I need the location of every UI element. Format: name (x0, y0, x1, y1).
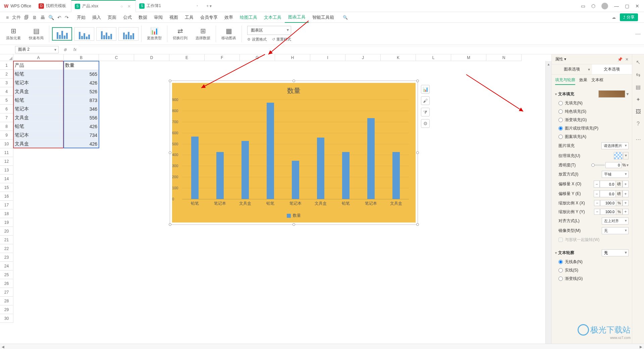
menu-绘图工具[interactable]: 绘图工具 (236, 12, 261, 23)
panel-close-icon[interactable]: ✕ (625, 57, 629, 62)
vertical-scrollbar[interactable]: ▲ (545, 61, 551, 344)
menu-数据[interactable]: 数据 (135, 12, 151, 23)
row-header[interactable]: 9 (0, 131, 13, 140)
more-icon[interactable]: ⋯ (636, 136, 641, 143)
chart-elements-icon[interactable]: 📊 (421, 85, 430, 94)
row-header[interactable]: 27 (0, 288, 13, 297)
formula-input[interactable] (78, 46, 644, 53)
sub-textbox[interactable]: 文本框 (591, 77, 603, 85)
move-chart[interactable]: ▦移动图表 (219, 27, 239, 41)
chart-object[interactable]: 数量 0100200300400500600700800900铅笔笔记本文具盒铅… (170, 81, 418, 225)
saveas-icon[interactable]: 🗎 (32, 15, 37, 20)
chart-brush-icon[interactable]: 🖌 (421, 96, 430, 105)
col-header[interactable]: E (169, 54, 205, 61)
menu-会员专享[interactable]: 会员专享 (197, 12, 221, 23)
fx-cancel-icon[interactable]: ⊗ (59, 47, 71, 52)
row-header[interactable]: 15 (0, 183, 13, 192)
menu-视图[interactable]: 视图 (166, 12, 181, 23)
menu-审阅[interactable]: 审阅 (151, 12, 166, 23)
cube-icon[interactable]: ⬡ (591, 3, 595, 9)
file-label[interactable]: 文件 (12, 14, 21, 20)
row-header[interactable]: 17 (0, 201, 13, 209)
chart-area-dropdown[interactable]: 图表区 (247, 26, 291, 35)
chart-filter-icon[interactable]: ⧩ (421, 108, 430, 116)
row-header[interactable]: 12 (0, 157, 13, 166)
change-type[interactable]: 📊更改类型 (144, 27, 164, 41)
help-icon[interactable]: ? (637, 121, 640, 127)
tab-product[interactable]: S产品.xlsx○✕ (71, 0, 136, 12)
chart-title[interactable]: 数量 (172, 83, 416, 95)
tab-workbook1[interactable]: S工作簿1• (136, 0, 203, 12)
row-header[interactable]: 30 (0, 314, 13, 323)
menu-文本工具[interactable]: 文本工具 (261, 12, 285, 23)
col-header[interactable]: L (416, 54, 451, 61)
tab-text-options[interactable]: 文本选项 (592, 64, 632, 74)
menu-公式[interactable]: 公式 (120, 12, 135, 23)
redo-icon[interactable]: ↷ (65, 15, 69, 20)
radio-gradient[interactable] (558, 118, 563, 122)
horizontal-scrollbar[interactable]: ◀▶ (0, 344, 644, 349)
radio-grad-line[interactable] (558, 277, 563, 281)
menu-插入[interactable]: 插入 (89, 12, 104, 23)
sub-effect[interactable]: 效果 (579, 77, 587, 85)
tab-add[interactable]: + ▾ (203, 4, 215, 8)
menu-图表工具[interactable]: 图表工具 (285, 12, 309, 23)
col-header[interactable]: N (486, 54, 522, 61)
cloud-icon[interactable]: ☁ (612, 15, 616, 20)
select-data[interactable]: ⊞选择数据 (193, 27, 213, 41)
sparkle-icon[interactable]: ✦ (636, 96, 640, 103)
row-header[interactable]: 24 (0, 262, 13, 270)
radio-solid-line[interactable] (558, 268, 563, 272)
menu-效率[interactable]: 效率 (221, 12, 236, 23)
row-header[interactable]: 14 (0, 174, 13, 183)
tab-chart-options[interactable]: 图表选项▾ (552, 64, 592, 74)
share-button[interactable]: ⤴ 分享 (620, 13, 638, 21)
menu-智能工具箱[interactable]: 智能工具箱 (309, 12, 337, 23)
preview-icon[interactable]: 🔍 (48, 15, 54, 20)
pin-icon[interactable]: 📌 (618, 57, 623, 62)
col-header[interactable]: A (13, 54, 64, 61)
col-header[interactable]: G (240, 54, 275, 61)
col-header[interactable]: F (205, 54, 240, 61)
save-icon[interactable]: 🗐 (24, 15, 29, 20)
search-icon[interactable]: 🔍 (343, 15, 348, 20)
texture-swatch[interactable] (614, 152, 623, 159)
chart-gear-icon[interactable]: ⚙ (421, 119, 430, 128)
reader-icon[interactable]: ▭ (581, 3, 585, 9)
format-button[interactable]: ⚙设置格式 (247, 37, 267, 42)
row-header[interactable]: 4 (0, 87, 13, 96)
row-header[interactable]: 20 (0, 227, 13, 236)
radio-no-line[interactable] (558, 260, 563, 264)
row-header[interactable]: 3 (0, 79, 13, 87)
row-header[interactable]: 25 (0, 270, 13, 279)
chart-styles[interactable] (52, 27, 139, 41)
settings-icon[interactable]: ⇆ (636, 71, 640, 78)
row-header[interactable]: 21 (0, 236, 13, 244)
col-header[interactable]: B (64, 54, 99, 61)
col-header[interactable]: M (451, 54, 486, 61)
col-header[interactable]: J (345, 54, 381, 61)
pic-select-dd[interactable]: 请选择图片 (601, 142, 629, 149)
col-header[interactable]: C (99, 54, 134, 61)
col-header[interactable]: D (134, 54, 169, 61)
row-header[interactable]: 11 (0, 148, 13, 157)
row-header[interactable]: 22 (0, 244, 13, 253)
row-header[interactable]: 18 (0, 209, 13, 218)
mirror-dd[interactable]: 无 (602, 227, 629, 234)
minimize-icon[interactable]: — (614, 3, 619, 9)
tab-close-icon[interactable]: ✕ (127, 4, 131, 9)
row-header[interactable]: 10 (0, 140, 13, 148)
sheet-area[interactable]: ABCDEFGHIJKLMN 1234567891011121314151617… (0, 54, 551, 344)
quick-layout[interactable]: ▤快速布局 (26, 27, 46, 41)
close-icon[interactable]: ✕ (635, 3, 639, 9)
tab-template[interactable]: D找稻壳模板 (35, 0, 71, 12)
ribbon-collapse-icon[interactable]: — (635, 31, 641, 37)
row-header[interactable]: 26 (0, 279, 13, 288)
chart-legend[interactable]: 数量 (287, 213, 301, 218)
row-header[interactable]: 6 (0, 105, 13, 113)
cursor-icon[interactable]: ↖ (636, 59, 640, 65)
align-dd[interactable]: 左上对齐 (602, 217, 629, 225)
row-header[interactable]: 29 (0, 305, 13, 314)
row-header[interactable]: 28 (0, 297, 13, 305)
row-header[interactable]: 1 (0, 61, 13, 70)
